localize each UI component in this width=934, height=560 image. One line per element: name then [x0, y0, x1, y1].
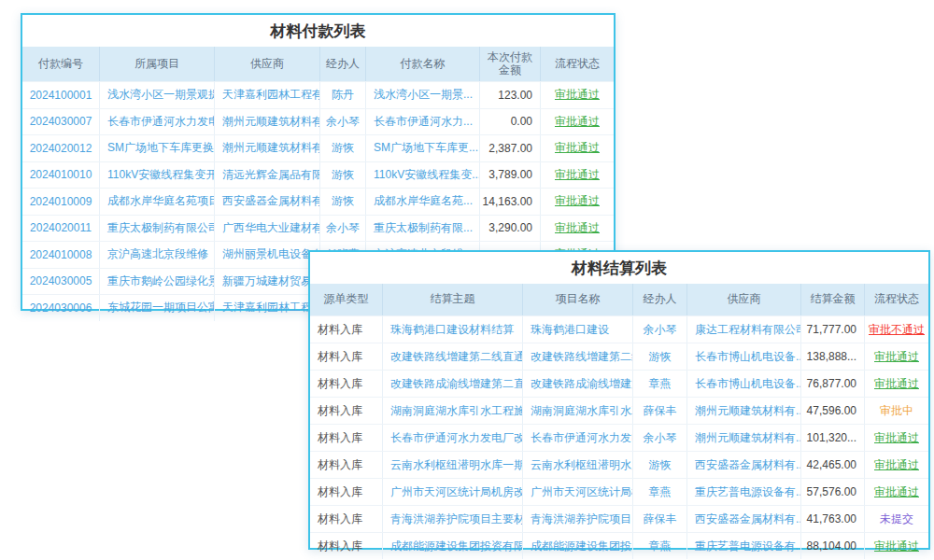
settlement-subject-link[interactable]: 改建铁路线增建第二线直通线（成... [383, 343, 523, 370]
payment-name-link[interactable]: 110kV安徽线程集变... [366, 162, 480, 189]
payment-name-link[interactable]: SM广场地下车库更... [366, 135, 480, 161]
supplier-link[interactable]: 天津嘉利园林工程有 [215, 295, 320, 321]
supplier-link[interactable]: 新疆万城建材贸易有 [215, 269, 320, 295]
handler-link[interactable]: 余小琴 [633, 425, 687, 451]
column-header-status: 流程状态 [865, 284, 928, 315]
handler-link[interactable]: 陈丹 [320, 82, 366, 108]
source-type-label: 材料入库 [310, 316, 383, 343]
settlement-subject-link[interactable]: 珠海鹤港口建设材料结算 [383, 316, 523, 343]
source-type-label: 材料入库 [310, 533, 383, 559]
status-link[interactable]: 审批通过 [541, 82, 614, 108]
payment-id-link[interactable]: 2024020011 [22, 216, 100, 242]
handler-link[interactable]: 章燕 [633, 479, 687, 505]
table-row: 材料入库成都能源建设集团投资有限公司临...成都能源建设集团投资有...章燕重庆… [310, 532, 928, 559]
status-link[interactable]: 审批通过 [865, 425, 928, 451]
project-link[interactable]: SM广场地下车库更换摄... [100, 135, 215, 161]
project-name-link[interactable]: 成都能源建设集团投资有... [523, 533, 633, 559]
status-link[interactable]: 审批通过 [865, 371, 928, 397]
payment-id-link[interactable]: 2024010009 [22, 189, 100, 215]
handler-link[interactable]: 游恢 [320, 135, 366, 161]
supplier-link[interactable]: 天津嘉利园林工程有限... [215, 82, 320, 108]
project-name-link[interactable]: 改建铁路线增建第二线直... [523, 343, 633, 370]
handler-link[interactable]: 游恢 [320, 162, 366, 189]
supplier-link[interactable]: 长春市博山机电设备... [687, 371, 801, 397]
payment-id-link[interactable]: 2024010008 [22, 242, 100, 268]
table-row: 材料入库长春市伊通河水力发电厂改建工程...长春市伊通河水力发电厂...余小琴潮… [310, 424, 928, 451]
project-link[interactable]: 长春市伊通河水力发电... [100, 109, 215, 135]
project-name-link[interactable]: 珠海鹤港口建设 [523, 316, 633, 343]
settlement-subject-link[interactable]: 长春市伊通河水力发电厂改建工程... [383, 425, 523, 451]
column-header-subject: 结算主题 [383, 284, 523, 315]
project-link[interactable]: 重庆太极制药有限公司... [100, 216, 215, 242]
handler-link[interactable]: 薛保丰 [633, 506, 687, 532]
supplier-link[interactable]: 潮州元顺建筑材料有限... [215, 109, 320, 135]
supplier-link[interactable]: 潮州元顺建筑材料有限... [215, 135, 320, 161]
supplier-link[interactable]: 湖州丽景机电设备有限... [215, 242, 320, 268]
handler-link[interactable]: 余小琴 [633, 316, 687, 343]
project-link[interactable]: 重庆市鹅岭公园绿化景... [100, 269, 215, 295]
status-link[interactable]: 审批通过 [541, 109, 614, 135]
handler-link[interactable]: 章燕 [633, 371, 687, 397]
settlement-subject-link[interactable]: 改建铁路成渝线增建第二直通线（... [383, 371, 523, 397]
supplier-link[interactable]: 重庆艺普电源设备有... [687, 479, 801, 505]
payment-id-link[interactable]: 2024030006 [22, 295, 100, 321]
project-name-link[interactable]: 长春市伊通河水力发电厂... [523, 425, 633, 451]
supplier-link[interactable]: 长春市博山机电设备... [687, 343, 801, 370]
supplier-link[interactable]: 西安盛器金属材料有... [687, 506, 801, 532]
project-name-link[interactable]: 云南水利枢纽潜明水库一... [523, 452, 633, 478]
column-header-name: 付款名称 [366, 47, 480, 81]
project-link[interactable]: 110kV安徽线程集变开断... [100, 162, 215, 189]
project-name-link[interactable]: 广州市天河区统计局机房... [523, 479, 633, 505]
project-name-link[interactable]: 改建铁路成渝线增建第二... [523, 371, 633, 397]
supplier-link[interactable]: 重庆艺普电源设备有... [687, 533, 801, 559]
project-name-link[interactable]: 湖南洞庭湖水库引水工程... [523, 398, 633, 424]
payment-name-link[interactable]: 重庆太极制药有限... [366, 216, 480, 242]
status-link[interactable]: 审批通过 [865, 343, 928, 370]
status-link[interactable]: 审批通过 [541, 216, 614, 242]
project-link[interactable]: 成都水岸华庭名苑项目... [100, 189, 215, 215]
status-link[interactable]: 审批通过 [865, 533, 928, 559]
table-row: 材料入库改建铁路线增建第二线直通线（成...改建铁路线增建第二线直...游恢长春… [310, 343, 928, 370]
payment-id-link[interactable]: 2024010010 [22, 162, 100, 189]
payment-id-link[interactable]: 2024030005 [22, 269, 100, 295]
project-link[interactable]: 浅水湾小区一期景观提... [100, 82, 215, 108]
payment-id-link[interactable]: 2024020012 [22, 135, 100, 161]
handler-link[interactable]: 余小琴 [320, 109, 366, 135]
settlement-subject-link[interactable]: 成都能源建设集团投资有限公司临... [383, 533, 523, 559]
handler-link[interactable]: 薛保丰 [633, 398, 687, 424]
status-link[interactable]: 未提交 [865, 506, 928, 532]
project-name-link[interactable]: 青海洪湖养护院项目 [523, 506, 633, 532]
handler-link[interactable]: 游恢 [633, 452, 687, 478]
handler-link[interactable]: 章燕 [633, 533, 687, 559]
payment-name-link[interactable]: 长春市伊通河水力... [366, 109, 480, 135]
status-link[interactable]: 审批不通过 [865, 316, 928, 343]
payment-name-link[interactable]: 成都水岸华庭名苑... [366, 189, 480, 215]
handler-link[interactable]: 游恢 [320, 189, 366, 215]
settlement-subject-link[interactable]: 青海洪湖养护院项目主要材料结算 [383, 506, 523, 532]
status-link[interactable]: 审批通过 [541, 162, 614, 189]
handler-link[interactable]: 余小琴 [320, 216, 366, 242]
settlement-subject-link[interactable]: 湖南洞庭湖水库引水工程施工1标材... [383, 398, 523, 424]
handler-link[interactable]: 游恢 [633, 343, 687, 370]
settlement-amount-value: 71,777.00 [801, 316, 865, 343]
payment-id-link[interactable]: 2024030007 [22, 109, 100, 135]
status-link[interactable]: 审批通过 [865, 452, 928, 478]
supplier-link[interactable]: 广西华电大业建材有限... [215, 216, 320, 242]
payment-id-link[interactable]: 2024100001 [22, 82, 100, 108]
status-link[interactable]: 审批通过 [541, 135, 614, 161]
status-link[interactable]: 审批中 [865, 398, 928, 424]
project-link[interactable]: 东城花园一期项目公寓... [100, 295, 215, 321]
payment-name-link[interactable]: 浅水湾小区一期景... [366, 82, 480, 108]
supplier-link[interactable]: 潮州元顺建筑材料有... [687, 425, 801, 451]
supplier-link[interactable]: 西安盛器金属材料有... [687, 452, 801, 478]
supplier-link[interactable]: 西安盛器金属材料有限... [215, 189, 320, 215]
status-link[interactable]: 审批通过 [541, 189, 614, 215]
project-link[interactable]: 京沪高速北京段维修 [100, 242, 215, 268]
column-header-amount: 结算金额 [801, 284, 865, 315]
supplier-link[interactable]: 潮州元顺建筑材料有... [687, 398, 801, 424]
supplier-link[interactable]: 康达工程材料有限公司 [687, 316, 801, 343]
settlement-subject-link[interactable]: 广州市天河区统计局机房改造项目... [383, 479, 523, 505]
supplier-link[interactable]: 清远光辉金属品有限公司 [215, 162, 320, 189]
status-link[interactable]: 审批通过 [865, 479, 928, 505]
settlement-subject-link[interactable]: 云南水利枢纽潜明水库一期工程施... [383, 452, 523, 478]
